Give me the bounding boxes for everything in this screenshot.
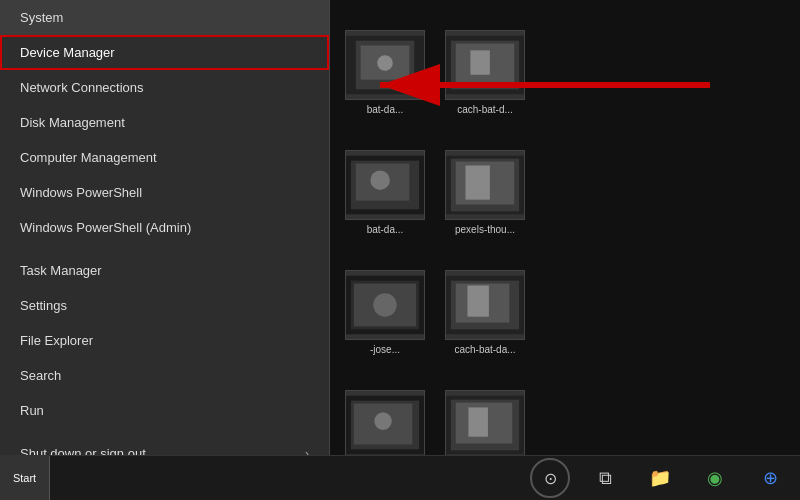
menu-item-file-explorer[interactable]: File Explorer [0, 323, 329, 358]
menu-item-task-manager[interactable]: Task Manager [0, 253, 329, 288]
file-item[interactable]: pexels-thou... [440, 150, 530, 260]
menu-item-computer-management[interactable]: Computer Management [0, 140, 329, 175]
menu-item-windows-powershell[interactable]: Windows PowerShell [0, 175, 329, 210]
menu-item-run[interactable]: Run [0, 393, 329, 428]
context-menu: System Device Manager Network Connection… [0, 0, 330, 500]
cortana-button[interactable]: ⊙ [530, 458, 570, 498]
start-button[interactable]: Start [0, 456, 50, 501]
red-arrow-indicator [370, 60, 720, 110]
menu-item-settings[interactable]: Settings [0, 288, 329, 323]
menu-item-search[interactable]: Search [0, 358, 329, 393]
menu-item-device-manager[interactable]: Device Manager [0, 35, 329, 70]
file-thumbnail [445, 390, 525, 460]
svg-rect-15 [466, 166, 490, 200]
file-item[interactable]: cach-bat-da... [440, 270, 530, 380]
green-app-icon[interactable]: ◉ [695, 458, 735, 498]
file-item[interactable]: bat-da... [340, 150, 430, 260]
menu-item-windows-powershell-admin[interactable]: Windows PowerShell (Admin) [0, 210, 329, 245]
svg-point-11 [370, 170, 390, 190]
taskbar-icons: ⊙ ⧉ 📁 ◉ ⊕ [530, 458, 790, 498]
file-name: -jose... [345, 344, 425, 355]
taskbar: Start ⊙ ⧉ 📁 ◉ ⊕ [0, 455, 800, 500]
file-thumbnail [445, 270, 525, 340]
file-name: bat-da... [345, 224, 425, 235]
svg-point-27 [374, 412, 392, 430]
menu-item-network-connections[interactable]: Network Connections [0, 70, 329, 105]
menu-item-disk-management[interactable]: Disk Management [0, 105, 329, 140]
file-name: cach-bat-da... [445, 344, 525, 355]
file-thumbnail [445, 150, 525, 220]
task-view-button[interactable]: ⧉ [585, 458, 625, 498]
file-thumbnail [345, 270, 425, 340]
file-item[interactable]: -jose... [340, 270, 430, 380]
menu-item-system[interactable]: System [0, 0, 329, 35]
chrome-icon[interactable]: ⊕ [750, 458, 790, 498]
svg-rect-31 [468, 407, 488, 436]
file-thumbnail [345, 150, 425, 220]
file-name: pexels-thou... [445, 224, 525, 235]
file-thumbnail [345, 390, 425, 460]
svg-point-19 [373, 293, 396, 316]
folder-icon[interactable]: 📁 [640, 458, 680, 498]
svg-rect-23 [467, 286, 488, 317]
